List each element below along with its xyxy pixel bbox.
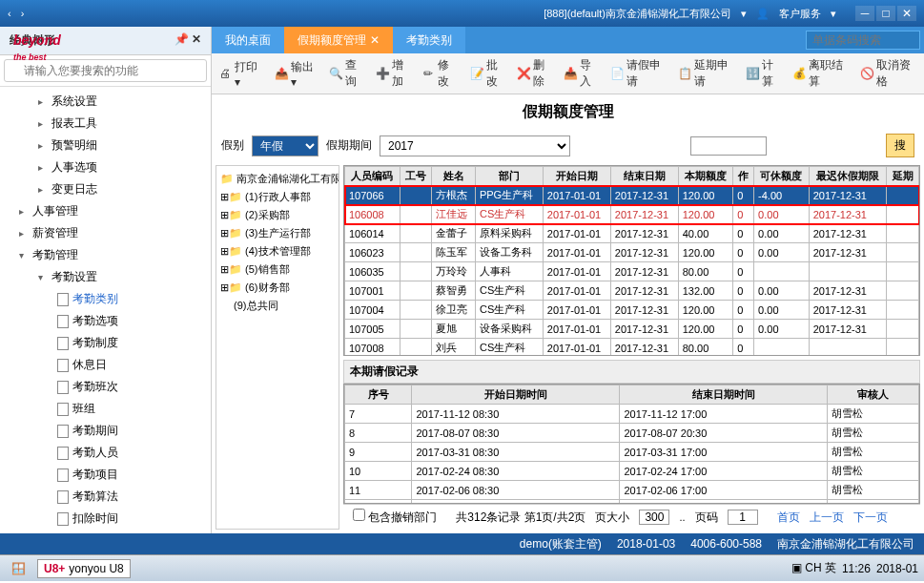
col-header[interactable]: 开始日期 [543, 167, 610, 186]
toolbar-输出[interactable]: 📤输出 ▾ [275, 59, 318, 89]
tree-item[interactable]: ▸报表工具 [0, 113, 211, 135]
table-row[interactable]: 107008刘兵CS生产科2017-01-012017-12-3180.000 [345, 339, 919, 357]
tree-item[interactable]: 考勤班次 [0, 376, 211, 398]
filter-extra-input[interactable] [690, 136, 767, 156]
tree-item[interactable]: ▸人事管理 [0, 200, 211, 222]
tree-item[interactable]: ▾考勤设置 [0, 266, 211, 288]
include-revoked-check[interactable]: 包含撤销部门 [353, 509, 437, 526]
refresh-button[interactable]: 搜 [886, 134, 914, 157]
tree-item[interactable]: ▸变更日志 [0, 178, 211, 200]
col-header[interactable]: 结束日期 [610, 167, 678, 186]
table-row[interactable]: 82017-08-07 08:302017-08-07 20:30胡雪松 [345, 424, 919, 443]
tree-item[interactable]: ▸预警明细 [0, 135, 211, 156]
col-header[interactable]: 序号 [345, 385, 412, 405]
chevron-left-icon[interactable]: ‹ [8, 8, 11, 19]
col-header[interactable]: 结束日期时间 [620, 385, 828, 405]
toolbar-删除[interactable]: ❌删除 [517, 57, 552, 90]
tree-item[interactable]: 休息日 [0, 354, 211, 376]
toolbar-计算[interactable]: 🔢计算 [746, 57, 781, 90]
dept-item[interactable]: ⊞📁 (4)技术管理部 [220, 242, 335, 260]
tree-item[interactable]: 考勤项目 [0, 464, 211, 486]
col-header[interactable]: 姓名 [432, 167, 476, 186]
dept-item[interactable]: 📁 南京金浦锦湖化工有限公司 [220, 170, 335, 188]
toolbar-打印[interactable]: 🖨打印 ▾ [219, 59, 263, 89]
table-row[interactable]: 112017-02-06 08:302017-02-06 17:00胡雪松 [345, 481, 919, 500]
toolbar-取消资格[interactable]: 🚫取消资格 [860, 57, 916, 90]
tree-item[interactable]: ▸移动考勤 [0, 530, 211, 533]
account-label[interactable]: [888](default)南京金浦锦湖化工有限公司 [544, 7, 731, 21]
toolbar-修改[interactable]: ✏修改 [423, 57, 459, 90]
tree-item[interactable]: ▸系统设置 [0, 91, 211, 113]
detail-grid[interactable]: 序号开始日期时间结束日期时间审核人72017-11-12 08:302017-1… [343, 384, 920, 504]
filter-type-select[interactable]: 年假 [252, 135, 318, 156]
tree-item[interactable]: 考勤选项 [0, 310, 211, 332]
col-header[interactable]: 延期 [887, 167, 919, 186]
toolbar-请假申请[interactable]: 📄请假申请 [610, 57, 667, 90]
tab-close-icon[interactable]: ✕ [370, 33, 380, 47]
tree-item[interactable]: 考勤算法 [0, 486, 211, 508]
tree-item[interactable]: ▸薪资管理 [0, 222, 211, 244]
close-button[interactable]: ✕ [897, 6, 916, 21]
col-header[interactable]: 部门 [475, 167, 543, 186]
tray-ime[interactable]: ▣ CH 英 [791, 560, 836, 576]
tab-search-input[interactable] [806, 31, 920, 50]
pin-icon[interactable]: 📌 [175, 32, 189, 46]
table-row[interactable]: 107001蔡智勇CS生产科2017-01-012017-12-31132.00… [345, 281, 919, 301]
minimize-button[interactable]: ─ [855, 6, 874, 21]
tree-item[interactable]: ▸人事选项 [0, 156, 211, 178]
close-icon[interactable]: ✕ [192, 32, 201, 46]
col-header[interactable]: 审核人 [828, 385, 919, 405]
col-header[interactable]: 可休额度 [754, 167, 810, 186]
tree-item[interactable]: 扣除时间 [0, 508, 211, 530]
toolbar-批改[interactable]: 📝批改 [470, 57, 505, 90]
col-header[interactable]: 开始日期时间 [412, 385, 620, 405]
dept-item[interactable]: ⊞📁 (2)采购部 [220, 206, 335, 224]
service-label[interactable]: 客户服务 [779, 7, 821, 21]
first-page[interactable]: 首页 [777, 510, 800, 526]
toolbar-延期申请[interactable]: 📋延期申请 [678, 57, 734, 90]
table-row[interactable]: 106023陈玉军设备工务科2017-01-012017-12-31120.00… [345, 243, 919, 262]
prev-page[interactable]: 上一页 [810, 510, 844, 526]
col-header[interactable]: 工号 [400, 167, 432, 186]
table-row[interactable]: 107004徐卫亮CS生产科2017-01-012017-12-31120.00… [345, 301, 919, 320]
table-row[interactable]: 107005夏旭设备采购科2017-01-012017-12-31120.000… [345, 320, 919, 339]
task-app[interactable]: U8+ yonyou U8 [37, 559, 131, 578]
dept-item[interactable]: ⊞📁 (1)行政人事部 [220, 188, 335, 206]
next-page[interactable]: 下一页 [853, 510, 888, 526]
tab[interactable]: 考勤类别 [393, 27, 465, 53]
page-size-input[interactable] [639, 510, 669, 525]
filter-period-select[interactable]: 2017 [380, 135, 570, 156]
col-header[interactable]: 本期额度 [678, 167, 733, 186]
table-row[interactable]: 106014金蕾子原料采购科2017-01-012017-12-3140.000… [345, 224, 919, 243]
tab[interactable]: 我的桌面 [212, 27, 284, 53]
toolbar-导入[interactable]: 📥导入 [564, 57, 599, 90]
toolbar-增加[interactable]: ➕增加 [376, 57, 411, 90]
table-row[interactable]: 107066方根杰PPG生产科2017-01-012017-12-31120.0… [345, 186, 919, 205]
toolbar-离职结算[interactable]: 💰离职结算 [792, 57, 849, 90]
table-row[interactable]: 72017-11-12 08:302017-11-12 17:00胡雪松 [345, 405, 919, 424]
tree-item[interactable]: ▾考勤管理 [0, 244, 211, 266]
dept-item[interactable]: ⊞📁 (6)财务部 [220, 279, 335, 297]
table-row[interactable]: 106008江佳远CS生产科2017-01-012017-12-31120.00… [345, 205, 919, 224]
dept-item[interactable]: ⊞📁 (5)销售部 [220, 260, 335, 279]
col-header[interactable]: 最迟休假期限 [809, 167, 887, 186]
table-row[interactable]: 102017-02-24 08:302017-02-24 17:00胡雪松 [345, 462, 919, 481]
tree-item[interactable]: 考勤期间 [0, 420, 211, 442]
tree-item[interactable]: 考勤制度 [0, 332, 211, 354]
table-row[interactable]: 106035万玲玲人事科2017-01-012017-12-3180.000 [345, 262, 919, 281]
col-header[interactable]: 人员编码 [345, 167, 400, 186]
dept-item[interactable]: ⊞📁 (3)生产运行部 [220, 224, 335, 242]
page-num-input[interactable] [728, 510, 758, 525]
col-header[interactable]: 作 [733, 167, 754, 186]
task-start[interactable]: 🪟 [6, 560, 31, 577]
chevron-right-icon[interactable]: › [21, 8, 25, 19]
tree-item[interactable]: 班组 [0, 398, 211, 420]
table-row[interactable]: 92017-03-31 08:302017-03-31 17:00胡雪松 [345, 443, 919, 462]
toolbar-查询[interactable]: 🔍查询 [329, 57, 364, 90]
tab[interactable]: 假期额度管理 ✕ [284, 27, 393, 53]
main-grid[interactable]: 人员编码工号姓名部门开始日期结束日期本期额度作可休额度最迟休假期限延期10706… [343, 165, 920, 356]
maximize-button[interactable]: □ [876, 6, 895, 21]
tree-item[interactable]: 考勤人员 [0, 442, 211, 464]
tree-item[interactable]: 考勤类别 [0, 288, 211, 310]
dept-item[interactable]: (9)总共同 [220, 297, 335, 315]
